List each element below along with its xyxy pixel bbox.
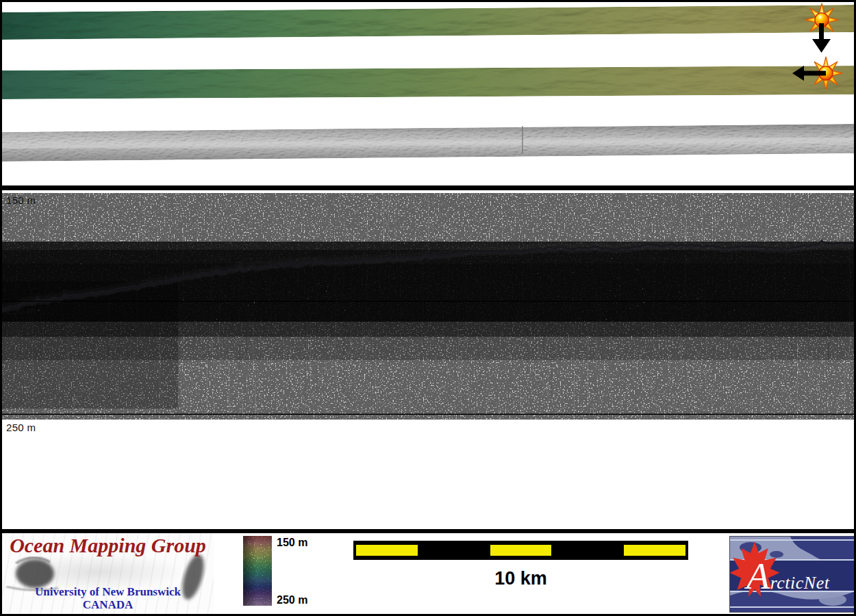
echo-streak <box>108 294 110 399</box>
echo-streak <box>479 255 481 395</box>
echo-streak <box>247 274 249 304</box>
echo-streak <box>127 291 128 307</box>
echo-streak <box>536 254 538 381</box>
echo-streak <box>543 255 544 353</box>
echo-streak <box>618 254 619 312</box>
echo-streak <box>239 275 240 369</box>
echo-streak <box>848 250 850 324</box>
colorbar-label-bottom: 250 m <box>277 594 307 606</box>
echo-streak <box>316 265 317 389</box>
arcticnet-wordmark: ArcticNet <box>746 557 829 595</box>
echo-streak <box>35 307 36 402</box>
bathymetry-swath-2 <box>0 66 856 99</box>
echo-streak <box>270 193 271 420</box>
echo-streak <box>632 251 633 278</box>
echo-streak <box>209 278 210 313</box>
echo-streak <box>620 193 620 420</box>
echo-streak <box>574 253 575 332</box>
echo-streak <box>704 193 705 420</box>
depth-tick-200m: 200 m <box>6 305 36 316</box>
echo-streak <box>818 250 819 370</box>
depth-gridline-200m <box>2 301 854 302</box>
echo-streak <box>40 304 41 440</box>
echo-streak <box>774 253 775 298</box>
depth-gridline-250m <box>2 414 854 415</box>
scale-bar-segment <box>356 545 418 556</box>
echo-streak <box>703 249 704 363</box>
echo-streak <box>796 251 796 264</box>
logo-stripe <box>730 606 855 608</box>
echo-streak <box>217 274 218 287</box>
scale-bar-label: 10 km <box>353 568 688 589</box>
echo-streak <box>136 291 138 330</box>
echo-streak <box>193 279 194 411</box>
echo-streak <box>343 264 344 393</box>
echo-streak <box>714 251 714 364</box>
echo-streak <box>255 270 256 294</box>
echogram-panel <box>0 191 856 529</box>
echo-streak <box>507 255 509 311</box>
scale-bar-segment <box>624 545 685 556</box>
echo-streak <box>211 276 212 304</box>
echo-streak <box>455 257 455 377</box>
echo-streak <box>315 267 316 302</box>
echo-streak <box>523 193 523 420</box>
echo-streak <box>4 315 5 378</box>
echo-streak <box>477 255 477 363</box>
echo-streak <box>791 251 792 385</box>
depth-tick-150m: 150 m <box>6 194 36 206</box>
echo-streak <box>828 248 829 372</box>
echo-streak <box>551 254 553 396</box>
echo-streak <box>423 262 424 352</box>
depth-tick-250m: 250 m <box>6 422 36 433</box>
colorbar-hillshade-overlay <box>243 536 272 606</box>
echo-streak <box>321 266 322 309</box>
echo-streak <box>234 272 236 327</box>
echo-streak <box>401 193 401 420</box>
echo-streak <box>394 262 394 305</box>
echo-streak <box>347 264 349 358</box>
echo-streak <box>789 254 790 313</box>
echo-streak <box>118 292 119 412</box>
echo-streak <box>621 251 622 274</box>
omg-subtitle: University of New Brunswick CANADA <box>2 585 214 611</box>
echo-streak <box>527 255 528 378</box>
panel-divider-top <box>0 185 856 190</box>
survey-figure-page: 150 m 200 m 250 m Ocean Mapping Group Un… <box>0 0 856 616</box>
echo-streak <box>668 251 670 335</box>
echo-streak <box>775 193 776 420</box>
echo-streak <box>388 263 390 335</box>
echo-streak <box>312 266 312 326</box>
echo-streak <box>754 253 755 301</box>
echo-streak <box>678 247 679 274</box>
omg-university-line: University of New Brunswick <box>2 585 214 598</box>
echo-streak <box>532 255 533 375</box>
echo-streak <box>199 279 200 347</box>
echo-streak <box>352 264 353 305</box>
echo-streak <box>179 281 180 423</box>
scale-bar-segment <box>490 545 552 556</box>
echo-streak <box>331 267 332 337</box>
arcticnet-logo: ArcticNet <box>729 536 856 613</box>
omg-country-line: CANADA <box>2 598 214 611</box>
colorbar-label-top: 150 m <box>277 537 307 549</box>
echo-streak <box>600 254 601 343</box>
echo-streak <box>455 259 455 273</box>
echo-streak <box>144 193 144 420</box>
echo-streak <box>194 279 195 350</box>
echo-streak <box>62 303 63 331</box>
map-scale-bar <box>353 541 688 560</box>
echo-streak <box>485 257 486 299</box>
echo-streak <box>246 273 247 368</box>
echo-streak <box>305 269 305 403</box>
swath-strip-section <box>0 0 856 185</box>
depth-colorbar <box>243 536 272 606</box>
echo-streak <box>416 262 416 316</box>
ocean-mapping-group-logo: Ocean Mapping Group University of New Br… <box>2 533 214 614</box>
panel-divider-bottom <box>0 529 856 533</box>
echo-streak <box>728 253 729 344</box>
echo-streak <box>466 193 466 420</box>
omg-title: Ocean Mapping Group <box>2 534 214 557</box>
bathymetry-swath-1 <box>0 5 856 40</box>
echo-streak <box>564 251 566 360</box>
